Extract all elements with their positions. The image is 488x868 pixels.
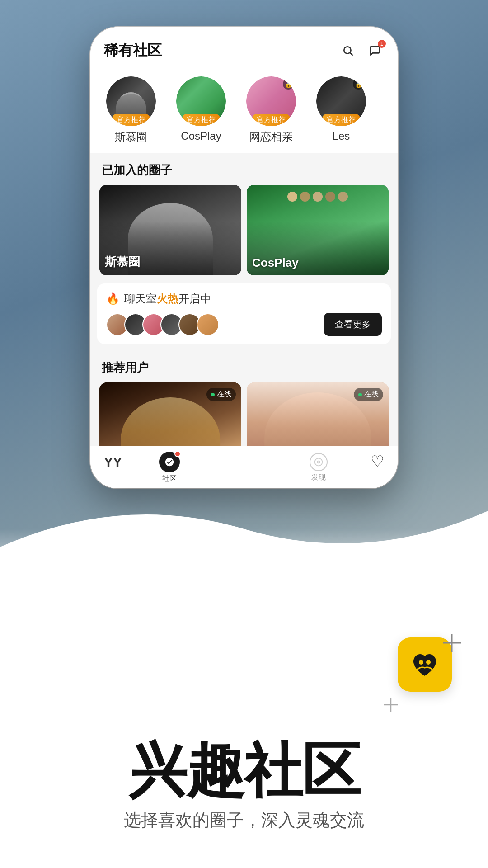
header-icons: 1 [339, 42, 384, 60]
circle-name-simo: 斯慕圈 [115, 130, 147, 144]
bottom-text-section: 兴趣社区 选择喜欢的圈子，深入灵魂交流 [0, 529, 488, 868]
yy-label: YY [104, 454, 122, 470]
online-dot-2 [358, 393, 362, 396]
svg-point-2 [315, 458, 323, 466]
circle-name-cosplay: CosPlay [181, 130, 221, 142]
chat-row: 查看更多 [106, 313, 382, 336]
joined-card-simo[interactable]: 斯慕圈 [99, 185, 241, 275]
circle-item-simo[interactable]: 官方推荐 斯慕圈 [99, 76, 163, 144]
fire-icon: 🔥 [106, 292, 120, 305]
phone-mockup: 稀有社区 1 [90, 27, 398, 488]
recommended-title: 推荐用户 [90, 351, 398, 382]
circle-item-wanglian[interactable]: 🔒 官方推荐 网恋相亲 [239, 76, 303, 144]
app-header: 稀有社区 1 [90, 27, 398, 70]
chat-avatars [106, 313, 319, 336]
circle-avatar-simo: 官方推荐 [106, 76, 156, 126]
joined-label-cosplay: CosPlay [252, 256, 299, 270]
circle-badge-wanglian: 官方推荐 [252, 114, 290, 126]
circle-badge-cosplay: 官方推荐 [182, 114, 220, 126]
svg-point-3 [318, 461, 320, 463]
circle-badge-simo: 官方推荐 [112, 114, 150, 126]
joined-title: 已加入的圈子 [90, 153, 398, 185]
circle-item-cosplay[interactable]: 官方推荐 CosPlay [169, 76, 233, 144]
chat-title: 聊天室火热开启中 [124, 292, 211, 306]
chat-avatar-6 [197, 313, 219, 336]
tab-discover-label: 发现 [311, 473, 326, 482]
online-badge-1: 在线 [206, 388, 236, 401]
joined-section: 已加入的圈子 斯慕圈 [90, 153, 398, 275]
community-icon [159, 452, 180, 472]
search-button[interactable] [339, 42, 357, 60]
tab-discover[interactable]: 发现 [253, 453, 384, 482]
online-dot-1 [211, 393, 215, 396]
lock-icon-wanglian: 🔒 [283, 79, 294, 90]
circle-item-les[interactable]: 🔒 官方推荐 Les [310, 76, 373, 144]
circle-avatar-les: 🔒 官方推荐 [316, 76, 366, 126]
cross-decoration-2 [384, 698, 398, 714]
phone-screen: 稀有社区 1 [90, 27, 398, 488]
circle-name-les: Les [333, 130, 350, 142]
chat-header: 🔥 聊天室火热开启中 [106, 292, 382, 306]
tab-community-label: 社区 [162, 474, 177, 484]
joined-circles-grid: 斯慕圈 CosP [90, 185, 398, 275]
circles-section: 官方推荐 斯慕圈 官方推荐 CosPlay 🔒 官方推荐 网恋相亲 [90, 70, 398, 153]
joined-label-simo: 斯慕圈 [105, 254, 140, 270]
circle-avatar-cosplay: 官方推荐 [176, 76, 226, 126]
lock-icon-les: 🔒 [353, 79, 364, 90]
online-badge-2: 在线 [354, 388, 383, 401]
svg-point-5 [426, 660, 431, 665]
app-title: 稀有社区 [104, 41, 162, 61]
cross-decoration-1 [443, 634, 461, 656]
svg-line-1 [350, 53, 352, 55]
svg-point-4 [419, 660, 423, 665]
circle-avatar-wanglian: 🔒 官方推荐 [246, 76, 296, 126]
circle-badge-les: 官方推荐 [322, 114, 360, 126]
sub-title: 选择喜欢的圈子，深入灵魂交流 [124, 809, 364, 832]
community-notification-dot [174, 451, 181, 457]
chat-section: 🔥 聊天室火热开启中 查看更多 [97, 283, 391, 344]
view-more-button[interactable]: 查看更多 [324, 313, 382, 336]
heart-icon: ♡ [371, 452, 384, 470]
tab-community[interactable]: 社区 [104, 452, 235, 484]
joined-card-cosplay[interactable]: CosPlay [247, 185, 389, 275]
discover-icon [310, 453, 328, 471]
bottom-navigation: 社区 发现 [90, 446, 398, 488]
message-button[interactable]: 1 [366, 42, 384, 60]
message-badge: 1 [378, 40, 386, 48]
circle-name-wanglian: 网恋相亲 [249, 130, 293, 144]
big-title: 兴趣社区 [128, 741, 360, 800]
